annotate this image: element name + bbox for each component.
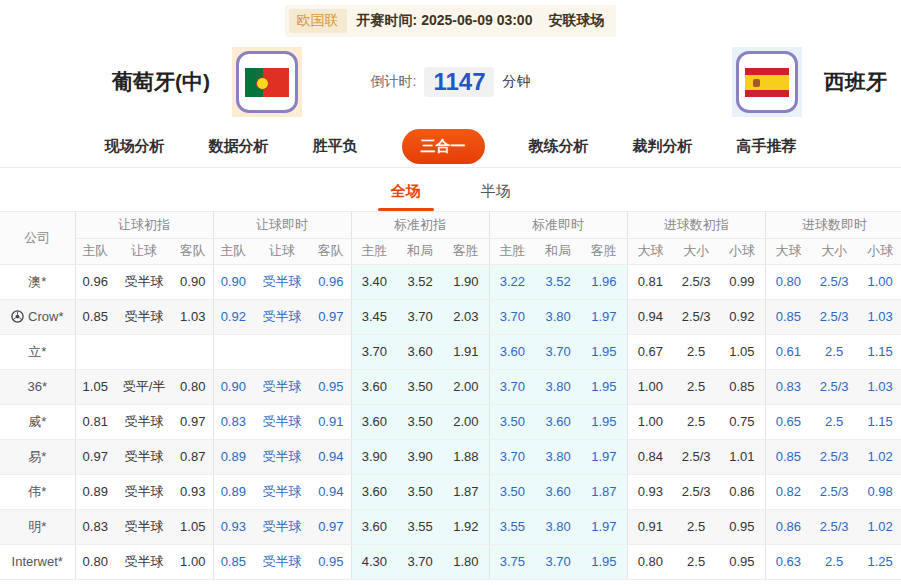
subheader: 小球 <box>719 238 765 264</box>
goals-initial-cell: 1.00 <box>627 404 673 439</box>
goals-live-cell: 1.02 <box>857 509 901 544</box>
subheader: 主胜 <box>489 238 535 264</box>
table-row: Interwet*0.80受半球1.000.85受半球0.954.303.701… <box>0 544 901 579</box>
standard-live-cell: 1.96 <box>581 264 627 299</box>
standard-initial-cell: 3.52 <box>397 264 443 299</box>
company-cell: Interwet* <box>0 544 75 579</box>
tab-referee-analysis[interactable]: 裁判分析 <box>633 137 693 156</box>
main-nav-tabs: 现场分析 数据分析 胜平负 三合一 教练分析 裁判分析 高手推荐 <box>0 126 901 168</box>
standard-initial-cell: 3.45 <box>351 299 397 334</box>
goals-initial-cell: 0.75 <box>719 404 765 439</box>
standard-initial-cell: 3.70 <box>397 544 443 579</box>
handicap-live-cell <box>311 334 351 369</box>
goals-initial-cell: 2.5 <box>673 509 719 544</box>
header-handicap-initial: 让球初指 <box>75 212 213 238</box>
goals-initial-cell: 0.93 <box>627 474 673 509</box>
handicap-initial-cell: 0.81 <box>75 404 115 439</box>
subheader: 大球 <box>765 238 811 264</box>
goals-live-cell: 1.00 <box>857 264 901 299</box>
company-name: Crow* <box>28 309 63 324</box>
standard-live-cell: 3.22 <box>489 264 535 299</box>
goals-live-cell: 0.61 <box>765 334 811 369</box>
standard-initial-cell: 3.50 <box>397 404 443 439</box>
handicap-initial-cell: 0.89 <box>75 474 115 509</box>
company-cell: Crow* <box>0 299 75 334</box>
tab-three-in-one[interactable]: 三合一 <box>402 129 485 164</box>
goals-initial-cell: 0.86 <box>719 474 765 509</box>
goals-initial-cell: 1.05 <box>719 334 765 369</box>
goals-live-cell: 1.25 <box>857 544 901 579</box>
period-sub-tabs: 全场 半场 <box>0 168 901 212</box>
table-row: 明*0.83受半球1.050.93受半球0.973.603.551.923.55… <box>0 509 901 544</box>
subheader: 客胜 <box>581 238 627 264</box>
goals-initial-cell: 0.91 <box>627 509 673 544</box>
standard-initial-cell: 3.55 <box>397 509 443 544</box>
handicap-live-cell: 0.91 <box>311 404 351 439</box>
handicap-live-cell: 受半球 <box>253 439 311 474</box>
header-goals-live: 进球数即时 <box>765 212 901 238</box>
standard-live-cell: 3.70 <box>489 299 535 334</box>
standard-initial-cell: 3.50 <box>397 369 443 404</box>
standard-initial-cell: 2.00 <box>443 404 489 439</box>
subheader: 让球 <box>253 238 311 264</box>
handicap-live-cell: 0.93 <box>213 509 253 544</box>
company-name: 易* <box>28 449 46 464</box>
standard-live-cell: 3.75 <box>489 544 535 579</box>
goals-initial-cell: 0.92 <box>719 299 765 334</box>
tab-win-draw-lose[interactable]: 胜平负 <box>313 137 358 156</box>
subtab-half-time[interactable]: 半场 <box>481 182 511 211</box>
goals-live-cell: 1.15 <box>857 334 901 369</box>
company-cell: 36* <box>0 369 75 404</box>
goals-initial-cell: 2.5 <box>673 369 719 404</box>
header-company: 公司 <box>0 212 75 264</box>
handicap-initial-cell: 受半球 <box>115 404 173 439</box>
standard-initial-cell: 1.92 <box>443 509 489 544</box>
away-team-block: 西班牙 <box>732 47 887 117</box>
subheader: 主胜 <box>351 238 397 264</box>
kickoff-label: 开赛时间: <box>357 12 418 28</box>
company-cell: 澳* <box>0 264 75 299</box>
handicap-live-cell: 0.92 <box>213 299 253 334</box>
standard-initial-cell: 1.90 <box>443 264 489 299</box>
handicap-live-cell: 0.89 <box>213 439 253 474</box>
standard-live-cell: 3.50 <box>489 404 535 439</box>
standard-initial-cell: 3.90 <box>351 439 397 474</box>
handicap-initial-cell: 0.97 <box>75 439 115 474</box>
handicap-live-cell: 受半球 <box>253 299 311 334</box>
countdown-value: 1147 <box>424 67 494 97</box>
goals-live-cell: 0.82 <box>765 474 811 509</box>
standard-live-cell: 3.70 <box>489 439 535 474</box>
tab-data-analysis[interactable]: 数据分析 <box>209 137 269 156</box>
goals-initial-cell: 0.67 <box>627 334 673 369</box>
handicap-live-cell <box>213 334 253 369</box>
handicap-initial-cell: 1.05 <box>75 369 115 404</box>
standard-initial-cell: 3.60 <box>351 369 397 404</box>
handicap-live-cell: 0.90 <box>213 264 253 299</box>
subtab-full-time[interactable]: 全场 <box>391 182 421 211</box>
handicap-live-cell: 受半球 <box>253 264 311 299</box>
tab-coach-analysis[interactable]: 教练分析 <box>529 137 589 156</box>
table-row: Crow*0.85受半球1.030.92受半球0.973.453.702.033… <box>0 299 901 334</box>
standard-initial-cell: 3.40 <box>351 264 397 299</box>
subheader: 大小 <box>811 238 857 264</box>
tab-expert-picks[interactable]: 高手推荐 <box>737 137 797 156</box>
table-row: 立*3.703.601.913.603.701.950.672.51.050.6… <box>0 334 901 369</box>
goals-live-cell: 2.5/3 <box>811 369 857 404</box>
handicap-initial-cell: 0.85 <box>75 299 115 334</box>
handicap-live-cell: 受半球 <box>253 474 311 509</box>
standard-initial-cell: 3.60 <box>351 474 397 509</box>
standard-initial-cell: 3.90 <box>397 439 443 474</box>
subheader: 小球 <box>857 238 901 264</box>
subheader: 客胜 <box>443 238 489 264</box>
goals-initial-cell: 0.80 <box>627 544 673 579</box>
table-row: 易*0.97受半球0.870.89受半球0.943.903.901.883.70… <box>0 439 901 474</box>
away-flag-tile <box>732 47 802 117</box>
goals-live-cell: 0.63 <box>765 544 811 579</box>
goals-live-cell: 1.03 <box>857 369 901 404</box>
standard-initial-cell: 3.60 <box>351 404 397 439</box>
tab-live-analysis[interactable]: 现场分析 <box>105 137 165 156</box>
handicap-live-cell: 0.94 <box>311 474 351 509</box>
handicap-live-cell: 0.96 <box>311 264 351 299</box>
countdown-label: 倒计时: <box>371 73 417 91</box>
company-name: 澳* <box>28 274 46 289</box>
